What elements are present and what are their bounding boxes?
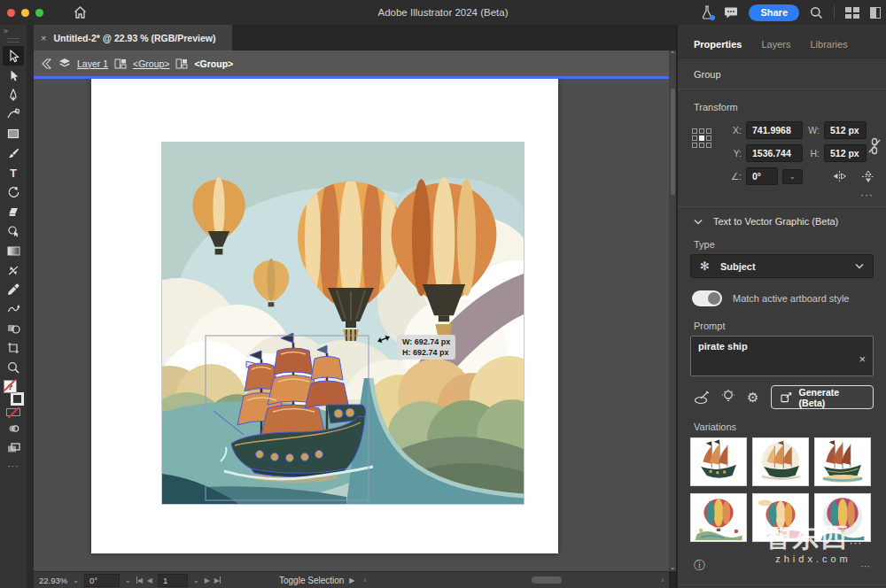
angle-dropdown-icon[interactable]: ⌄	[782, 169, 803, 184]
artboard-number-field[interactable]: 1	[158, 574, 188, 587]
scroll-up-icon[interactable]: ⌃	[670, 50, 676, 58]
transform-section-label: Transform	[678, 89, 886, 118]
variations-more-icon[interactable]: ···	[860, 561, 870, 571]
breadcrumb-group-1[interactable]: <Group>	[133, 58, 169, 69]
drawing-mode-button[interactable]	[3, 419, 24, 438]
flip-horizontal-icon[interactable]	[832, 170, 847, 183]
selection-tool[interactable]	[3, 46, 24, 66]
shapes-group-tool[interactable]	[3, 319, 24, 338]
height-field[interactable]: 512 px	[824, 144, 867, 162]
prompt-value: pirate ship	[698, 341, 748, 352]
minimize-window-button[interactable]	[21, 9, 29, 17]
more-tools-button[interactable]: ···	[8, 461, 19, 471]
artboard[interactable]	[91, 79, 558, 553]
reference-point-locator[interactable]	[692, 128, 711, 148]
match-style-toggle[interactable]	[692, 290, 722, 306]
beta-features-icon[interactable]	[701, 5, 713, 19]
toolbar-grip[interactable]	[7, 38, 19, 43]
close-window-button[interactable]	[7, 9, 15, 17]
y-field[interactable]: 1536.744	[746, 144, 803, 162]
close-tab-icon[interactable]: ×	[41, 33, 46, 43]
constrain-proportions-icon[interactable]	[867, 137, 882, 155]
artboard-tool[interactable]	[3, 338, 24, 358]
style-picker-icon[interactable]	[694, 391, 710, 405]
curvature-tool[interactable]	[3, 104, 24, 124]
screen-mode-button[interactable]	[3, 438, 24, 458]
horizontal-scroll-thumb[interactable]	[532, 576, 562, 584]
info-icon[interactable]: ⓘ	[694, 558, 705, 574]
width-field[interactable]: 512 px	[824, 121, 867, 139]
rotate-view-tool[interactable]	[3, 299, 24, 319]
document-tab[interactable]: × Untitled-2* @ 22.93 % (RGB/Preview)	[34, 25, 232, 50]
color-none-button[interactable]	[6, 408, 20, 416]
fill-stroke-swatches[interactable]: ?	[3, 379, 24, 406]
tab-libraries[interactable]: Libraries	[810, 39, 847, 50]
pen-tool[interactable]	[3, 85, 24, 104]
next-artboard-button[interactable]: ▶	[205, 576, 210, 584]
variations-row-2	[678, 493, 886, 542]
size-tooltip: W: 692.74 px H: 692.74 px	[397, 335, 455, 360]
expand-panels-icon[interactable]: »	[4, 27, 7, 35]
match-style-row: Match active artboard style	[678, 278, 886, 310]
horizontal-scrollbar[interactable]: ‹ ›	[364, 575, 664, 585]
rotation-dropdown-icon[interactable]: ⌄	[125, 576, 131, 584]
workspace-layout-icon[interactable]	[845, 7, 859, 19]
eyedropper-tool[interactable]	[3, 280, 24, 299]
rotation-angle-field[interactable]: 0°	[746, 167, 778, 185]
variation-thumbnail-balloon-3[interactable]	[814, 493, 871, 542]
flip-vertical-icon[interactable]	[861, 170, 875, 183]
scroll-down-icon[interactable]: ⌄	[670, 563, 676, 571]
width-tool[interactable]	[3, 260, 24, 280]
comments-icon[interactable]	[724, 6, 738, 19]
stroke-swatch[interactable]	[11, 392, 24, 406]
paintbrush-tool[interactable]	[3, 143, 24, 163]
settings-gear-icon[interactable]: ⚙	[747, 391, 758, 404]
scroll-right-icon[interactable]: ›	[661, 576, 664, 584]
zoom-tool[interactable]	[3, 358, 24, 377]
prompt-input[interactable]: pirate ship ×	[690, 336, 874, 376]
x-field[interactable]: 741.9968	[746, 121, 803, 139]
panel-layout-icon[interactable]	[870, 7, 881, 19]
gradient-tool[interactable]	[3, 241, 24, 260]
artwork-illustration[interactable]	[162, 143, 524, 504]
variation-thumbnail-ship-3[interactable]	[814, 437, 871, 486]
type-tool[interactable]: T	[3, 163, 24, 182]
first-artboard-button[interactable]: ◀	[136, 576, 143, 584]
shape-builder-tool[interactable]	[3, 221, 24, 241]
transform-more-options[interactable]: ···	[678, 185, 886, 201]
zoom-dropdown-icon[interactable]: ⌄	[73, 576, 79, 584]
size-tooltip-width: W: 692.74 px	[402, 337, 450, 347]
zoom-level-value[interactable]: 22.93%	[39, 576, 67, 585]
clear-prompt-icon[interactable]: ×	[859, 352, 866, 366]
prev-artboard-button[interactable]: ◀	[147, 576, 152, 584]
zoom-window-button[interactable]	[35, 9, 43, 17]
scroll-left-icon[interactable]: ‹	[364, 576, 367, 584]
lightbulb-icon[interactable]	[722, 390, 734, 405]
status-expand-icon[interactable]: ▶	[349, 576, 354, 584]
rectangle-tool[interactable]	[3, 124, 24, 143]
back-arrow-icon[interactable]	[41, 58, 52, 69]
direct-selection-tool[interactable]	[3, 66, 24, 85]
share-button[interactable]: Share	[749, 4, 799, 21]
section-chevron-icon[interactable]	[694, 219, 703, 225]
variation-thumbnail-ship-2[interactable]	[752, 437, 809, 486]
tab-layers[interactable]: Layers	[761, 39, 790, 50]
variation-thumbnail-ship-1[interactable]	[690, 437, 747, 486]
artboard-dropdown-icon[interactable]: ⌄	[193, 576, 199, 584]
ttv-section-header[interactable]: Text to Vector Graphic (Beta)	[678, 207, 886, 234]
eraser-tool[interactable]	[3, 202, 24, 221]
home-icon[interactable]	[74, 6, 87, 19]
search-icon[interactable]	[810, 6, 823, 19]
generate-button[interactable]: Generate (Beta)	[771, 385, 874, 409]
rotation-field[interactable]: 0°	[84, 574, 120, 587]
window-controls[interactable]	[7, 9, 43, 17]
variation-thumbnail-balloon-1[interactable]	[690, 493, 747, 542]
vertical-scroll-thumb[interactable]	[671, 89, 675, 195]
canvas-pasteboard[interactable]: W: 692.74 px H: 692.74 px	[34, 79, 669, 571]
subject-dropdown[interactable]: ✻ Subject	[690, 254, 874, 278]
rotate-tool[interactable]	[3, 182, 24, 202]
breadcrumb-layer[interactable]: Layer 1	[77, 58, 108, 69]
tab-properties[interactable]: Properties	[694, 39, 742, 50]
last-artboard-button[interactable]: ▶	[214, 576, 221, 584]
variation-thumbnail-balloon-2[interactable]	[752, 493, 809, 542]
